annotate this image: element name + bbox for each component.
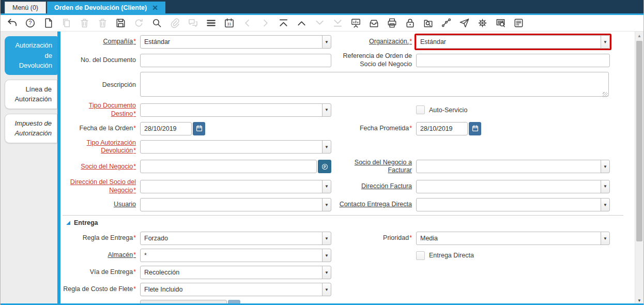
regla-entrega-combobox: ▼ xyxy=(140,232,331,245)
socio-facturar-dropdown-icon[interactable]: ▼ xyxy=(601,160,610,173)
label-almacen: Almacén* xyxy=(63,251,136,260)
tipo-autorizacion-input[interactable] xyxy=(140,140,323,154)
contacto-entrega-input[interactable] xyxy=(416,198,601,211)
prioridad-dropdown-icon[interactable]: ▼ xyxy=(601,232,610,245)
find-icon[interactable] xyxy=(150,17,163,29)
next-record-icon xyxy=(259,17,272,29)
new-icon[interactable] xyxy=(42,17,55,29)
first-record-icon[interactable] xyxy=(277,17,290,29)
tab-menu[interactable]: Menú (0) xyxy=(5,2,46,13)
sidebar-tab-autorizacion-devolucion[interactable]: Autorización de Devolución xyxy=(5,36,57,75)
compania-dropdown-icon[interactable]: ▼ xyxy=(322,35,331,49)
tipo-doc-destino-input[interactable] xyxy=(140,103,323,117)
tipo-autorizacion-dropdown-icon[interactable]: ▼ xyxy=(322,140,331,154)
zoom-across-icon[interactable] xyxy=(422,17,435,29)
product-info-icon[interactable] xyxy=(494,17,507,29)
section-entrega-header[interactable]: Entrega xyxy=(66,219,635,226)
organizacion-combobox-highlighted: ▼ xyxy=(416,35,610,49)
direccion-factura-dropdown-icon[interactable]: ▼ xyxy=(601,180,610,193)
label-fecha-orden: Fecha de la Orden* xyxy=(63,125,136,133)
descripcion-textarea[interactable] xyxy=(140,72,609,97)
tab-orden-devolucion-label: Orden de Devolución (Cliente) xyxy=(54,4,147,11)
label-via-entrega: Vía de Entrega* xyxy=(63,268,136,277)
prioridad-combobox: ▼ xyxy=(416,232,610,245)
usuario-dropdown-icon[interactable]: ▼ xyxy=(322,198,331,211)
contacto-entrega-combobox: ▼ xyxy=(416,198,610,211)
settings-icon[interactable] xyxy=(476,17,489,29)
fecha-orden-calendar-button[interactable] xyxy=(193,122,205,135)
close-tab-icon[interactable]: ✕ xyxy=(152,4,158,12)
entrega-directa-checkbox[interactable] xyxy=(416,251,425,260)
comments-icon[interactable] xyxy=(512,17,525,29)
resize-grip-icon[interactable] xyxy=(603,92,608,97)
undo-icon[interactable] xyxy=(6,17,19,29)
last-record-icon xyxy=(331,17,344,29)
section-divider xyxy=(63,215,623,216)
label-direccion-socio: Dirección del Socio del Negocio* xyxy=(63,178,136,194)
scroll-up-icon[interactable]: ▲ xyxy=(635,32,643,40)
socio-negocio-field xyxy=(140,160,331,173)
usuario-combobox: ▼ xyxy=(140,198,331,211)
sidebar-tab-impuesto-autorizacion[interactable]: Impuesto de Autorización xyxy=(5,114,57,143)
socio-negocio-search-button[interactable] xyxy=(318,160,331,173)
calendar-icon[interactable] xyxy=(223,17,236,29)
tipo-doc-destino-dropdown-icon[interactable]: ▼ xyxy=(322,103,331,117)
section-entrega-title: Entrega xyxy=(74,219,98,226)
no-documento-input[interactable] xyxy=(140,54,331,67)
label-tipo-autorizacion: Tipo Autorización Devolución* xyxy=(63,139,136,155)
help-icon[interactable] xyxy=(24,17,37,29)
fecha-orden-input[interactable] xyxy=(140,122,192,135)
form-panel: Compañía* ▼ Organización.* ▼ No. del Doc… xyxy=(60,32,635,305)
via-entrega-dropdown-icon[interactable]: ▼ xyxy=(322,266,331,279)
label-no-documento: No. del Documento xyxy=(63,56,136,65)
copy-icon xyxy=(60,17,73,29)
referencia-input[interactable] xyxy=(416,54,610,67)
lock-icon[interactable] xyxy=(404,17,417,29)
grid-toggle-icon[interactable] xyxy=(205,17,218,29)
sidebar-tab-linea-autorizacion[interactable]: Línea de Autorización xyxy=(5,80,57,109)
almacen-dropdown-icon[interactable]: ▼ xyxy=(322,249,331,262)
regla-costo-flete-combobox: ▼ xyxy=(140,283,331,296)
parent-record-icon[interactable] xyxy=(295,17,308,29)
workflow-icon[interactable] xyxy=(440,17,453,29)
send-icon[interactable] xyxy=(458,17,471,29)
save-icon[interactable] xyxy=(114,17,127,29)
tab-orden-devolucion[interactable]: Orden de Devolución (Cliente) ✕ xyxy=(47,2,165,13)
label-tipo-doc-destino: Tipo Documento Destino* xyxy=(63,102,136,118)
auto-servicio-checkbox[interactable] xyxy=(416,105,425,114)
vertical-scrollbar[interactable]: ▲ ▼ xyxy=(635,32,643,305)
fecha-prometida-calendar-button[interactable] xyxy=(469,122,481,135)
print-icon[interactable] xyxy=(386,17,398,29)
direccion-factura-input[interactable] xyxy=(416,180,601,193)
prioridad-input[interactable] xyxy=(416,232,601,245)
archive-icon[interactable] xyxy=(367,17,380,29)
prev-record-icon xyxy=(241,17,254,29)
regla-entrega-dropdown-icon[interactable]: ▼ xyxy=(322,232,331,245)
socio-negocio-input[interactable] xyxy=(140,160,317,173)
delete-selection-icon xyxy=(96,17,109,29)
organizacion-dropdown-icon[interactable]: ▼ xyxy=(601,35,610,49)
direccion-socio-input[interactable] xyxy=(140,180,323,193)
regla-costo-flete-input[interactable] xyxy=(140,283,323,296)
regla-entrega-input[interactable] xyxy=(140,232,323,245)
fecha-prometida-input[interactable] xyxy=(416,122,468,135)
almacen-input[interactable] xyxy=(140,249,323,262)
direccion-socio-dropdown-icon[interactable]: ▼ xyxy=(322,180,331,193)
contacto-entrega-dropdown-icon[interactable]: ▼ xyxy=(601,198,610,211)
organizacion-input[interactable] xyxy=(416,35,601,49)
via-entrega-combobox: ▼ xyxy=(140,266,331,279)
usuario-input[interactable] xyxy=(140,198,323,211)
regla-costo-flete-dropdown-icon[interactable]: ▼ xyxy=(322,283,331,296)
compania-input[interactable] xyxy=(140,35,323,49)
via-entrega-input[interactable] xyxy=(140,266,323,279)
label-regla-costo-flete: Regla de Costo de Flete* xyxy=(63,285,136,294)
attachment-icon xyxy=(168,17,181,29)
socio-facturar-input[interactable] xyxy=(416,160,601,173)
label-organizacion: Organización.* xyxy=(335,38,412,46)
scrollbar-thumb[interactable] xyxy=(636,41,642,241)
report-icon[interactable] xyxy=(349,17,362,29)
label-socio-negocio: Socio del Negocio* xyxy=(63,163,136,171)
collapse-triangle-icon[interactable] xyxy=(66,221,70,225)
fecha-prometida-field xyxy=(416,122,610,135)
label-regla-entrega: Regla de Entrega* xyxy=(63,234,136,242)
